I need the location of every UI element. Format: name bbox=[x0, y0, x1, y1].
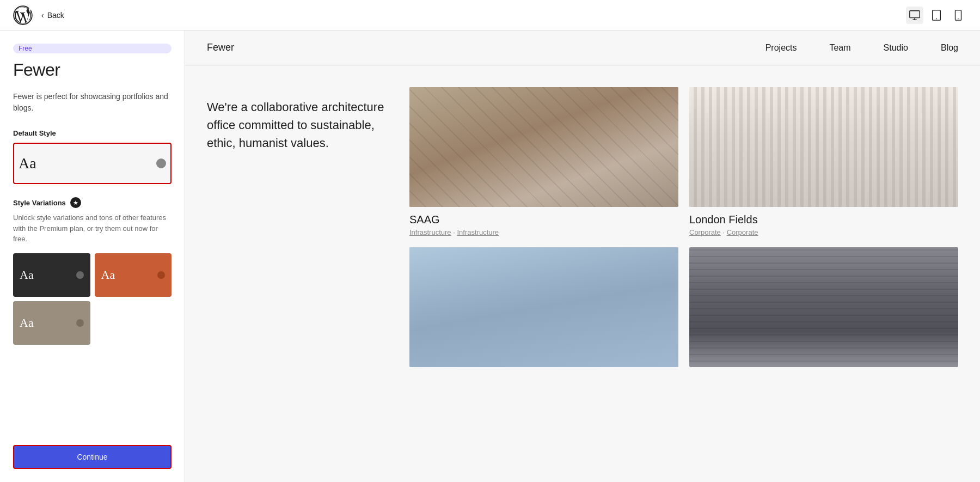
style-variations-header: Style Variations ★ bbox=[13, 197, 171, 208]
main-layout: Free Fewer Fewer is perfect for showcasi… bbox=[0, 30, 980, 482]
back-button[interactable]: ‹ Back bbox=[41, 11, 64, 20]
variation-taupe-text: Aa bbox=[20, 316, 34, 330]
nav-link-blog[interactable]: Blog bbox=[941, 43, 958, 53]
theme-description: Fewer is perfect for showcasing portfoli… bbox=[13, 91, 171, 114]
preview-projects-grid: SAAG Infrastructure · Infrastructure Lon… bbox=[409, 87, 958, 374]
project-image-saag bbox=[409, 87, 678, 207]
preview-hero: We're a collaborative architecture offic… bbox=[207, 87, 958, 374]
wordpress-logo[interactable] bbox=[13, 5, 33, 25]
project-image-third bbox=[409, 247, 678, 367]
project-card-london: London Fields Corporate · Corporate bbox=[689, 87, 958, 236]
back-label: Back bbox=[47, 11, 64, 20]
svg-rect-1 bbox=[910, 10, 920, 17]
preview-nav-links: Projects Team Studio Blog bbox=[765, 43, 958, 53]
variations-description: Unlock style variations and tons of othe… bbox=[13, 212, 171, 245]
project-card-four bbox=[689, 247, 958, 374]
continue-button[interactable]: Continue bbox=[13, 445, 171, 469]
project-tag-link[interactable]: Infrastructure bbox=[409, 228, 451, 236]
back-arrow-icon: ‹ bbox=[41, 11, 44, 20]
style-variations-label: Style Variations bbox=[13, 199, 66, 207]
default-style-preview-text: Aa bbox=[19, 155, 36, 172]
preview-nav-brand: Fewer bbox=[207, 42, 234, 53]
variation-dark-text: Aa bbox=[20, 268, 34, 282]
top-bar: ‹ Back bbox=[0, 0, 980, 30]
project-image-london bbox=[689, 87, 958, 207]
mobile-view-button[interactable] bbox=[950, 7, 967, 24]
preview-content: We're a collaborative architecture offic… bbox=[185, 65, 980, 482]
project-tags-saag: Infrastructure · Infrastructure bbox=[409, 228, 678, 236]
project-card-three bbox=[409, 247, 678, 374]
project-tag-link[interactable]: Corporate bbox=[727, 228, 758, 236]
project-card-saag: SAAG Infrastructure · Infrastructure bbox=[409, 87, 678, 236]
project-name-saag: SAAG bbox=[409, 213, 678, 226]
sidebar: Free Fewer Fewer is perfect for showcasi… bbox=[0, 30, 185, 482]
tablet-view-button[interactable] bbox=[928, 7, 945, 24]
nav-link-team[interactable]: Team bbox=[829, 43, 850, 53]
nav-link-projects[interactable]: Projects bbox=[765, 43, 797, 53]
desktop-view-button[interactable] bbox=[906, 7, 923, 24]
variation-rust-dot bbox=[157, 271, 165, 279]
style-variation-rust[interactable]: Aa bbox=[95, 253, 172, 297]
device-switcher bbox=[906, 7, 967, 24]
project-tag-link[interactable]: Corporate bbox=[689, 228, 721, 236]
preview-pane: Fewer Projects Team Studio Blog We're a … bbox=[185, 30, 980, 482]
style-variation-dark[interactable]: Aa bbox=[13, 253, 90, 297]
preview-nav: Fewer Projects Team Studio Blog bbox=[185, 30, 980, 65]
svg-point-7 bbox=[958, 18, 958, 19]
svg-point-5 bbox=[936, 18, 937, 19]
theme-title: Fewer bbox=[13, 60, 171, 80]
project-image-fourth bbox=[689, 247, 958, 367]
preview-hero-text: We're a collaborative architecture offic… bbox=[207, 87, 392, 374]
style-variations-grid: Aa Aa Aa bbox=[13, 253, 171, 345]
default-style-label: Default Style bbox=[13, 129, 171, 137]
variation-taupe-dot bbox=[76, 319, 84, 327]
nav-link-studio[interactable]: Studio bbox=[884, 43, 908, 53]
default-style-selector[interactable]: Aa bbox=[13, 143, 171, 184]
default-style-dot bbox=[156, 158, 166, 168]
project-tag-link[interactable]: Infrastructure bbox=[457, 228, 499, 236]
variation-dark-dot bbox=[76, 271, 84, 279]
project-tags-london: Corporate · Corporate bbox=[689, 228, 958, 236]
free-badge: Free bbox=[13, 44, 171, 53]
project-name-london: London Fields bbox=[689, 213, 958, 226]
premium-badge: ★ bbox=[70, 197, 81, 208]
style-variation-taupe[interactable]: Aa bbox=[13, 301, 90, 345]
variation-rust-text: Aa bbox=[101, 268, 115, 282]
star-icon: ★ bbox=[73, 199, 78, 206]
